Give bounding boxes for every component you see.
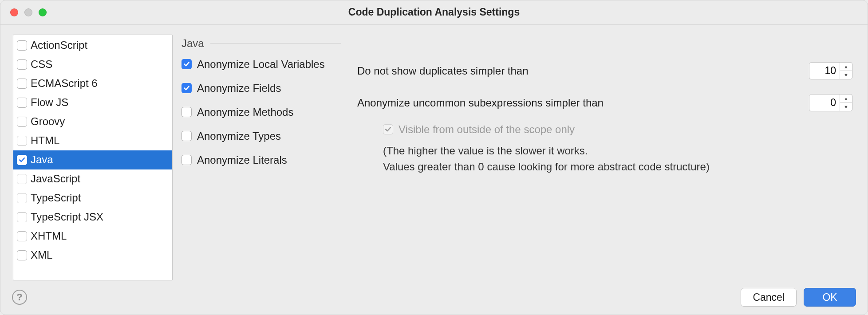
scope-only-label: Visible from outside of the scope only bbox=[398, 123, 575, 136]
duplicates-threshold-input[interactable] bbox=[809, 63, 840, 79]
option-label: Anonymize Methods bbox=[197, 106, 293, 118]
language-checkbox[interactable] bbox=[17, 212, 27, 222]
duplicates-threshold-label: Do not show duplicates simpler than bbox=[357, 65, 809, 77]
minimize-window-button[interactable] bbox=[24, 8, 32, 16]
option-label: Anonymize Local Variables bbox=[197, 58, 325, 71]
language-label: TypeScript JSX bbox=[31, 211, 103, 223]
note-line-2: Values greater than 0 cause looking for … bbox=[383, 161, 710, 173]
anonymize-option[interactable]: Anonymize Literals bbox=[181, 148, 341, 172]
duplicates-threshold-row: Do not show duplicates simpler than ▲ ▼ bbox=[357, 55, 852, 87]
spinner-buttons: ▲ ▼ bbox=[840, 94, 852, 111]
duplicates-threshold-spinner[interactable]: ▲ ▼ bbox=[809, 62, 852, 79]
language-label: Java bbox=[31, 154, 53, 166]
language-label: Flow JS bbox=[31, 96, 68, 109]
dialog-footer: ? Cancel OK bbox=[0, 280, 868, 315]
option-checkbox[interactable] bbox=[181, 83, 192, 93]
language-checkbox[interactable] bbox=[17, 40, 27, 51]
language-item[interactable]: CSS bbox=[13, 55, 172, 74]
cancel-button[interactable]: Cancel bbox=[741, 288, 797, 307]
options-column: Java Anonymize Local VariablesAnonymize … bbox=[181, 35, 341, 280]
language-item[interactable]: TypeScript JSX bbox=[13, 208, 172, 227]
subexpr-threshold-row: Anonymize uncommon subexpressions simple… bbox=[357, 87, 852, 119]
language-item[interactable]: Java bbox=[13, 150, 172, 169]
language-checkbox[interactable] bbox=[17, 59, 27, 70]
option-checkbox[interactable] bbox=[181, 155, 192, 165]
titlebar: Code Duplication Analysis Settings bbox=[0, 0, 868, 25]
note-line-1: (The higher the value is the slower it w… bbox=[383, 145, 588, 157]
language-checkbox[interactable] bbox=[17, 98, 27, 108]
language-checkbox[interactable] bbox=[17, 155, 27, 165]
language-item[interactable]: Flow JS bbox=[13, 93, 172, 112]
language-checkbox[interactable] bbox=[17, 231, 27, 241]
thresholds-column: Do not show duplicates simpler than ▲ ▼ … bbox=[357, 35, 855, 280]
spinner-up-icon[interactable]: ▲ bbox=[840, 63, 852, 71]
anonymize-options: Anonymize Local VariablesAnonymize Field… bbox=[181, 52, 341, 172]
option-label: Anonymize Literals bbox=[197, 154, 287, 166]
help-button[interactable]: ? bbox=[12, 290, 27, 305]
help-icon: ? bbox=[16, 291, 22, 303]
option-checkbox[interactable] bbox=[181, 59, 192, 69]
language-item[interactable]: XHTML bbox=[13, 227, 172, 246]
subexpr-threshold-input[interactable] bbox=[809, 94, 840, 111]
language-checkbox[interactable] bbox=[17, 174, 27, 184]
language-item[interactable]: Groovy bbox=[13, 112, 172, 131]
detail-panel: Java Anonymize Local VariablesAnonymize … bbox=[181, 35, 855, 280]
spinner-buttons: ▲ ▼ bbox=[840, 63, 852, 79]
language-label: HTML bbox=[31, 134, 59, 147]
language-label: ECMAScript 6 bbox=[31, 77, 98, 90]
spinner-down-icon[interactable]: ▼ bbox=[840, 71, 852, 79]
dialog: Code Duplication Analysis Settings Actio… bbox=[0, 0, 868, 315]
ok-button[interactable]: OK bbox=[804, 288, 856, 307]
language-item[interactable]: JavaScript bbox=[13, 169, 172, 189]
language-label: XML bbox=[31, 249, 52, 261]
section-title: Java bbox=[181, 37, 204, 50]
option-label: Anonymize Types bbox=[197, 130, 281, 142]
spinner-up-icon[interactable]: ▲ bbox=[840, 94, 852, 103]
option-label: Anonymize Fields bbox=[197, 82, 281, 94]
language-item[interactable]: TypeScript bbox=[13, 189, 172, 208]
anonymize-option[interactable]: Anonymize Local Variables bbox=[181, 52, 341, 76]
anonymize-option[interactable]: Anonymize Methods bbox=[181, 100, 341, 124]
scope-only-row: Visible from outside of the scope only bbox=[357, 119, 852, 140]
language-item[interactable]: ECMAScript 6 bbox=[13, 74, 172, 93]
language-label: ActionScript bbox=[31, 39, 87, 51]
content-area: ActionScriptCSSECMAScript 6Flow JSGroovy… bbox=[0, 25, 868, 280]
spinner-down-icon[interactable]: ▼ bbox=[840, 103, 852, 111]
language-checkbox[interactable] bbox=[17, 193, 27, 203]
language-checkbox[interactable] bbox=[17, 117, 27, 127]
language-checkbox[interactable] bbox=[17, 136, 27, 146]
subexpr-threshold-label: Anonymize uncommon subexpressions simple… bbox=[357, 97, 809, 109]
subexpr-threshold-spinner[interactable]: ▲ ▼ bbox=[809, 94, 852, 111]
language-item[interactable]: XML bbox=[13, 246, 172, 265]
option-checkbox[interactable] bbox=[181, 107, 192, 117]
anonymize-option[interactable]: Anonymize Types bbox=[181, 124, 341, 148]
section-divider bbox=[210, 43, 341, 43]
language-item[interactable]: HTML bbox=[13, 131, 172, 150]
language-list[interactable]: ActionScriptCSSECMAScript 6Flow JSGroovy… bbox=[13, 35, 173, 280]
language-label: TypeScript bbox=[31, 192, 81, 204]
dialog-title: Code Duplication Analysis Settings bbox=[0, 6, 868, 18]
zoom-window-button[interactable] bbox=[39, 8, 47, 16]
threshold-note: (The higher the value is the slower it w… bbox=[357, 143, 852, 175]
window-controls bbox=[10, 8, 47, 16]
scope-only-checkbox bbox=[383, 124, 393, 134]
language-label: CSS bbox=[31, 58, 52, 71]
close-window-button[interactable] bbox=[10, 8, 18, 16]
language-checkbox[interactable] bbox=[17, 79, 27, 89]
language-checkbox[interactable] bbox=[17, 250, 27, 260]
language-label: Groovy bbox=[31, 115, 65, 128]
section-header: Java bbox=[181, 35, 341, 52]
language-label: XHTML bbox=[31, 230, 67, 242]
anonymize-option[interactable]: Anonymize Fields bbox=[181, 76, 341, 100]
language-item[interactable]: ActionScript bbox=[13, 36, 172, 55]
language-label: JavaScript bbox=[31, 173, 80, 185]
option-checkbox[interactable] bbox=[181, 131, 192, 141]
